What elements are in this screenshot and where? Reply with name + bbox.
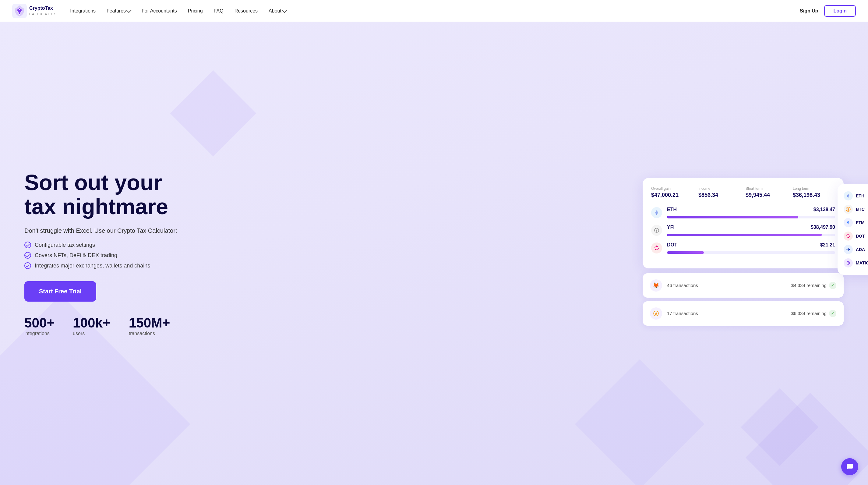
panel-ada-row: ADA 49% (844, 245, 868, 254)
nav-faq[interactable]: FAQ (214, 8, 223, 14)
tx-remaining-1: $4,334 remaining ✓ (791, 282, 836, 289)
nav-links: Integrations Features For Accountants Pr… (70, 8, 800, 14)
stat-users: 100k+ users (73, 316, 111, 336)
tx-count-2: 17 transactions (667, 311, 698, 316)
summary-overall-gain: Overall gain $47,000.21 (651, 186, 693, 198)
hero-subtitle: Don't struggle with Excel. Use our Crypt… (24, 227, 207, 234)
hero-features-list: Configurable tax settings Covers NFTs, D… (24, 242, 207, 269)
check-icon-1 (24, 242, 31, 248)
svg-point-29 (849, 249, 850, 250)
svg-point-30 (848, 249, 849, 250)
login-button[interactable]: Login (824, 5, 856, 17)
nav-pricing[interactable]: Pricing (188, 8, 203, 14)
coin-row-dot: DOT $21.21 (651, 242, 835, 254)
tx-remaining-2: $6,334 remaining ✓ (791, 310, 836, 317)
summary-row: Overall gain $47,000.21 Income $856.34 S… (651, 186, 835, 198)
main-dashboard-card: Overall gain $47,000.21 Income $856.34 S… (643, 178, 844, 268)
summary-short-term: Short term $9,945.44 (746, 186, 788, 198)
feature-item-3: Integrates major exchanges, wallets and … (24, 262, 207, 269)
nav-for-accountants[interactable]: For Accountants (142, 8, 177, 14)
panel-matic-row: MATIC 31% (844, 259, 868, 268)
chat-button[interactable] (841, 458, 858, 475)
eth-progress-fill (667, 216, 798, 218)
logo[interactable]: CryptoTax CALCULATOR (12, 4, 56, 18)
eth-icon (651, 207, 662, 218)
chat-icon (846, 463, 854, 471)
yfi-icon: $ (651, 225, 662, 236)
nav-resources[interactable]: Resources (235, 8, 258, 14)
svg-point-26 (848, 248, 849, 249)
dot-progress-fill (667, 251, 704, 254)
stat-integrations: 500+ integrations (24, 316, 55, 336)
svg-text:$: $ (656, 229, 657, 232)
stat-transactions: 150M+ transactions (129, 316, 170, 336)
panel-ftm-icon (844, 218, 853, 227)
svg-point-28 (847, 249, 847, 250)
summary-income: Income $856.34 (699, 186, 741, 198)
logo-icon (12, 4, 27, 18)
feature-item-1: Configurable tax settings (24, 242, 207, 248)
dot-progress-bar (667, 251, 835, 254)
tx-check-icon-1: ✓ (829, 282, 836, 289)
panel-eth-icon (844, 191, 853, 201)
fox-icon: 🦊 (650, 279, 662, 292)
yfi-progress-fill (667, 234, 822, 236)
hero-right: Overall gain $47,000.21 Income $856.34 S… (207, 178, 844, 329)
tx-card-btc: ₿ 17 transactions $6,334 remaining ✓ (643, 301, 844, 326)
nav-actions: Sign Up Login (800, 5, 856, 17)
nav-about[interactable]: About (269, 8, 286, 14)
tx-check-icon-2: ✓ (829, 310, 836, 317)
svg-point-22 (845, 233, 851, 239)
hero-left: Sort out your tax nightmare Don't strugg… (24, 171, 207, 336)
dashboard-wrapper: Overall gain $47,000.21 Income $856.34 S… (643, 178, 844, 329)
signup-link[interactable]: Sign Up (800, 8, 818, 14)
eth-info: ETH $3,138.47 (667, 207, 835, 218)
svg-text:₿: ₿ (655, 312, 657, 315)
coin-row-yfi: $ YFI $38,497.90 (651, 224, 835, 236)
svg-point-27 (848, 250, 849, 251)
panel-matic-icon (844, 259, 853, 268)
about-chevron-icon (282, 8, 287, 13)
yfi-progress-bar (667, 234, 835, 236)
panel-ada-icon (844, 245, 853, 254)
hero-stats: 500+ integrations 100k+ users 150M+ tran… (24, 316, 207, 336)
right-panel: ETH 881.88% ₿ BTC 32.16% FTM (838, 184, 868, 275)
svg-point-24 (848, 234, 849, 235)
start-free-trial-button[interactable]: Start Free Trial (24, 281, 96, 302)
feature-item-2: Covers NFTs, DeFi & DEX trading (24, 252, 207, 259)
check-icon-3 (24, 262, 31, 269)
panel-btc-row: ₿ BTC 32.16% (844, 205, 868, 214)
summary-long-term: Long term $36,198.43 (793, 186, 835, 198)
navbar: CryptoTax CALCULATOR Integrations Featur… (0, 0, 868, 22)
yfi-info: YFI $38,497.90 (667, 224, 835, 236)
hero-title: Sort out your tax nightmare (24, 171, 207, 219)
check-icon-2 (24, 252, 31, 259)
dot-info: DOT $21.21 (667, 242, 835, 254)
panel-ftm-row: FTM 58% (844, 218, 868, 227)
nav-integrations[interactable]: Integrations (70, 8, 96, 14)
features-chevron-icon (126, 8, 131, 13)
nav-features[interactable]: Features (106, 8, 131, 14)
eth-progress-bar (667, 216, 835, 218)
svg-point-10 (656, 246, 657, 247)
panel-eth-row: ETH 881.88% (844, 191, 868, 201)
panel-btc-icon: ₿ (844, 205, 853, 214)
btc-icon: ₿ (650, 307, 662, 320)
hero-section: Sort out your tax nightmare Don't strugg… (0, 22, 868, 485)
bg-diamond-3 (170, 70, 256, 157)
dot-icon (651, 243, 662, 253)
tx-count-1: 46 transactions (667, 283, 698, 288)
tx-card-fox: 🦊 46 transactions $4,334 remaining ✓ (643, 273, 844, 298)
panel-dot-row: DOT 61% (844, 232, 868, 241)
coin-row-eth: ETH $3,138.47 (651, 207, 835, 218)
panel-dot-icon (844, 232, 853, 241)
